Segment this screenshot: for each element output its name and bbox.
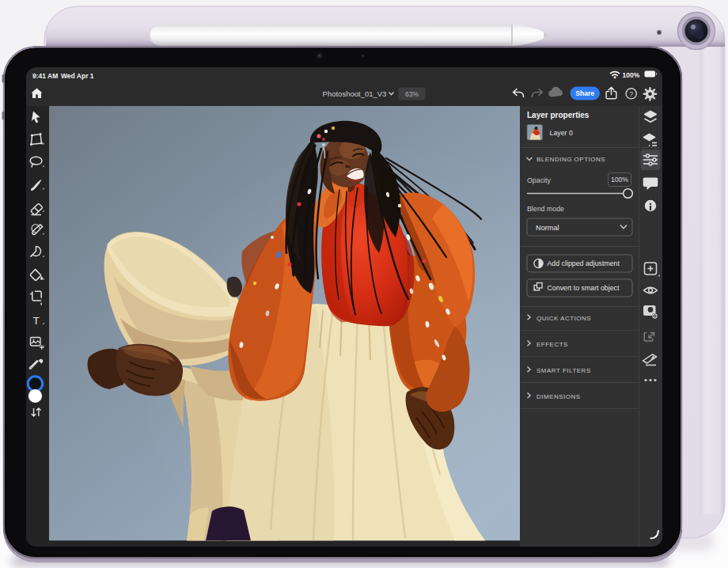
svg-text:QUICK ACTIONS: QUICK ACTIONS xyxy=(537,315,591,322)
svg-text:Normal: Normal xyxy=(536,224,559,232)
svg-text:9:41 AM: 9:41 AM xyxy=(32,72,58,80)
svg-text:Layer 0: Layer 0 xyxy=(550,129,573,137)
svg-text:Share: Share xyxy=(575,89,594,97)
svg-text:100%: 100% xyxy=(611,176,628,184)
svg-text:T: T xyxy=(32,315,39,327)
svg-text:SMART FILTERS: SMART FILTERS xyxy=(537,367,591,374)
svg-text:Wed Apr 1: Wed Apr 1 xyxy=(61,72,94,80)
svg-text:Opacity: Opacity xyxy=(527,176,551,184)
svg-text:Photoshoot_01_V3: Photoshoot_01_V3 xyxy=(323,89,387,98)
svg-text:Layer properties: Layer properties xyxy=(527,111,590,119)
svg-text:63%: 63% xyxy=(405,90,419,98)
svg-text:100%: 100% xyxy=(623,71,640,79)
svg-text:Convert to smart object: Convert to smart object xyxy=(548,284,620,292)
svg-text:Add clipped adjustment: Add clipped adjustment xyxy=(548,259,620,267)
svg-text:DIMENSIONS: DIMENSIONS xyxy=(537,393,581,400)
svg-text:EFFECTS: EFFECTS xyxy=(537,341,568,348)
svg-text:?: ? xyxy=(629,90,633,98)
svg-text:BLENDING OPTIONS: BLENDING OPTIONS xyxy=(537,156,605,163)
svg-text:Blend mode: Blend mode xyxy=(527,205,564,213)
